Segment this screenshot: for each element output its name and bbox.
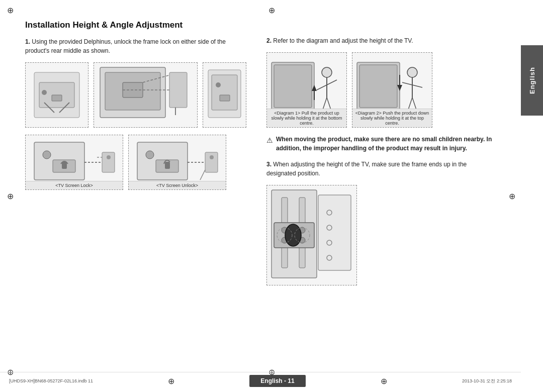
diagram-1: <Diagram 1> Pull the product up slowly w… xyxy=(266,52,347,128)
svg-rect-34 xyxy=(274,65,312,108)
svg-point-24 xyxy=(107,155,111,159)
diagram-1-caption: <Diagram 1> Pull the product up slowly w… xyxy=(267,109,346,127)
step-3: 3. When adjusting the height of the TV, … xyxy=(266,160,496,178)
svg-rect-11 xyxy=(169,72,187,108)
diagram-2-caption: <Diagram 2> Push the product down slowly… xyxy=(352,109,432,127)
step-2-number: 2. xyxy=(266,37,272,44)
svg-rect-30 xyxy=(205,152,218,172)
step-3-text: When adjusting the height of the TV, mak… xyxy=(266,161,467,177)
illus-screen-lock: <TV Screen Lock> xyxy=(25,135,123,190)
illus-top-right xyxy=(203,62,246,128)
diagram-row: <Diagram 1> Pull the product up slowly w… xyxy=(266,52,496,128)
caption-unlock: <TV Screen Unlock> xyxy=(129,181,226,189)
svg-point-26 xyxy=(146,151,154,159)
svg-point-45 xyxy=(407,67,417,77)
caption-lock: <TV Screen Lock> xyxy=(26,181,123,189)
english-side-tab: English xyxy=(521,45,543,116)
svg-point-61 xyxy=(285,224,301,246)
step-1-number: 1. xyxy=(25,38,30,45)
footer-right: 2013-10-31 오전 2:25:18 xyxy=(462,378,512,384)
left-column: Installation Height & Angle Adjustment 1… xyxy=(25,20,246,357)
illus-screen-unlock: <TV Screen Unlock> xyxy=(128,135,226,190)
right-column: 2. Refer to the diagram and adjust the h… xyxy=(266,20,496,357)
svg-point-15 xyxy=(216,82,221,87)
svg-line-47 xyxy=(402,82,412,85)
svg-line-38 xyxy=(327,80,337,85)
page-title: Installation Height & Angle Adjustment xyxy=(25,20,246,30)
reg-mark-br-footer: ⊕ xyxy=(379,376,389,386)
step-2-text: Refer to the diagram and adjust the heig… xyxy=(273,37,413,44)
svg-line-48 xyxy=(412,85,422,87)
svg-point-18 xyxy=(43,151,51,159)
warning-text: When moving the product, make sure there… xyxy=(276,135,496,153)
svg-rect-23 xyxy=(102,152,115,172)
warning-block: ⚠ When moving the product, make sure the… xyxy=(266,135,496,153)
page-content: Installation Height & Angle Adjustment 1… xyxy=(0,0,521,392)
footer-page-badge: English - 11 xyxy=(249,375,305,387)
page-footer: [UHDS9-XH]BN68-05272F-02L16.indb 11 ⊕ En… xyxy=(0,372,521,387)
warning-icon: ⚠ xyxy=(266,135,273,153)
reg-mark-bc-footer: ⊕ xyxy=(166,376,176,386)
svg-rect-14 xyxy=(212,75,237,110)
svg-rect-64 xyxy=(318,195,351,270)
step-3-number: 3. xyxy=(266,161,272,168)
footer-left: [UHDS9-XH]BN68-05272F-02L16.indb 11 xyxy=(9,378,93,383)
top-illustration-row xyxy=(25,62,246,128)
illus-top-left xyxy=(25,62,88,128)
svg-rect-44 xyxy=(359,65,397,108)
svg-rect-3 xyxy=(52,95,62,101)
step-1: 1. Using the provided Delphinus, unlock … xyxy=(25,37,246,55)
svg-rect-16 xyxy=(220,95,230,101)
svg-point-31 xyxy=(210,155,214,159)
diagram-2: <Diagram 2> Push the product down slowly… xyxy=(352,52,432,128)
svg-line-32 xyxy=(200,170,205,180)
svg-line-37 xyxy=(317,85,327,90)
svg-rect-28 xyxy=(165,162,170,169)
step-2: 2. Refer to the diagram and adjust the h… xyxy=(266,36,496,45)
step-1-text: Using the provided Delphinus, unlock the… xyxy=(25,38,226,54)
bottom-illustration-row: <TV Screen Lock> xyxy=(25,135,246,190)
illus-top-mid xyxy=(94,62,198,128)
svg-point-2 xyxy=(42,90,47,95)
diagram-large xyxy=(266,185,357,285)
svg-point-35 xyxy=(322,67,332,77)
svg-rect-20 xyxy=(62,162,67,169)
